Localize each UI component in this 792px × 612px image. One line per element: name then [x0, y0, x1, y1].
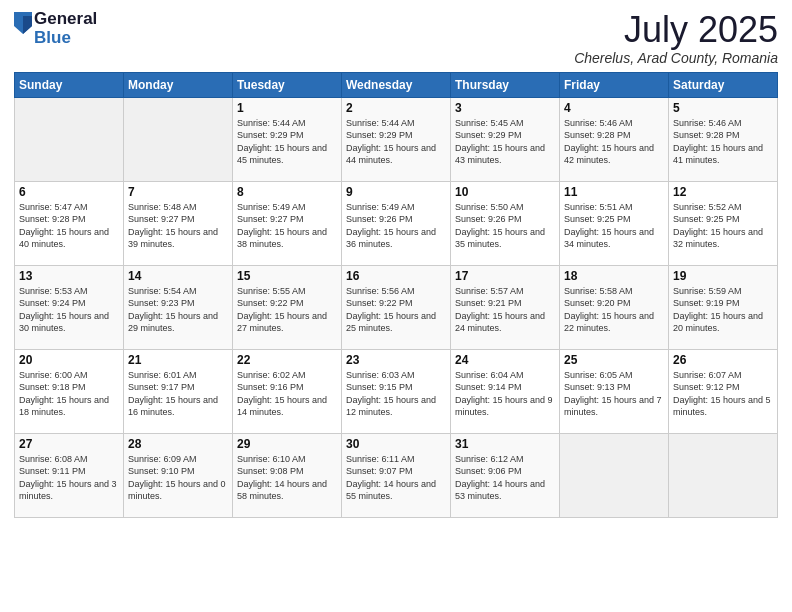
table-row: 31Sunrise: 6:12 AMSunset: 9:06 PMDayligh…: [451, 433, 560, 517]
day-number: 28: [128, 437, 228, 451]
logo: General Blue: [14, 10, 97, 47]
day-info: Sunrise: 5:47 AMSunset: 9:28 PMDaylight:…: [19, 201, 119, 251]
logo-icon: [14, 12, 32, 34]
day-info: Sunrise: 5:46 AMSunset: 9:28 PMDaylight:…: [673, 117, 773, 167]
day-number: 4: [564, 101, 664, 115]
day-info: Sunrise: 5:46 AMSunset: 9:28 PMDaylight:…: [564, 117, 664, 167]
table-row: 20Sunrise: 6:00 AMSunset: 9:18 PMDayligh…: [15, 349, 124, 433]
table-row: 13Sunrise: 5:53 AMSunset: 9:24 PMDayligh…: [15, 265, 124, 349]
col-friday: Friday: [560, 72, 669, 97]
day-info: Sunrise: 6:05 AMSunset: 9:13 PMDaylight:…: [564, 369, 664, 419]
day-number: 27: [19, 437, 119, 451]
day-number: 11: [564, 185, 664, 199]
day-number: 2: [346, 101, 446, 115]
table-row: 1Sunrise: 5:44 AMSunset: 9:29 PMDaylight…: [233, 97, 342, 181]
col-saturday: Saturday: [669, 72, 778, 97]
table-row: 28Sunrise: 6:09 AMSunset: 9:10 PMDayligh…: [124, 433, 233, 517]
table-row: 23Sunrise: 6:03 AMSunset: 9:15 PMDayligh…: [342, 349, 451, 433]
day-info: Sunrise: 6:08 AMSunset: 9:11 PMDaylight:…: [19, 453, 119, 503]
table-row: 3Sunrise: 5:45 AMSunset: 9:29 PMDaylight…: [451, 97, 560, 181]
day-number: 15: [237, 269, 337, 283]
day-number: 31: [455, 437, 555, 451]
day-number: 9: [346, 185, 446, 199]
day-info: Sunrise: 5:49 AMSunset: 9:26 PMDaylight:…: [346, 201, 446, 251]
col-sunday: Sunday: [15, 72, 124, 97]
day-number: 1: [237, 101, 337, 115]
table-row: 30Sunrise: 6:11 AMSunset: 9:07 PMDayligh…: [342, 433, 451, 517]
day-info: Sunrise: 6:11 AMSunset: 9:07 PMDaylight:…: [346, 453, 446, 503]
day-number: 19: [673, 269, 773, 283]
day-info: Sunrise: 5:49 AMSunset: 9:27 PMDaylight:…: [237, 201, 337, 251]
table-row: 9Sunrise: 5:49 AMSunset: 9:26 PMDaylight…: [342, 181, 451, 265]
day-info: Sunrise: 5:57 AMSunset: 9:21 PMDaylight:…: [455, 285, 555, 335]
day-info: Sunrise: 6:00 AMSunset: 9:18 PMDaylight:…: [19, 369, 119, 419]
day-info: Sunrise: 6:01 AMSunset: 9:17 PMDaylight:…: [128, 369, 228, 419]
day-info: Sunrise: 5:59 AMSunset: 9:19 PMDaylight:…: [673, 285, 773, 335]
day-info: Sunrise: 6:09 AMSunset: 9:10 PMDaylight:…: [128, 453, 228, 503]
day-number: 5: [673, 101, 773, 115]
day-number: 3: [455, 101, 555, 115]
table-row: 24Sunrise: 6:04 AMSunset: 9:14 PMDayligh…: [451, 349, 560, 433]
day-info: Sunrise: 5:52 AMSunset: 9:25 PMDaylight:…: [673, 201, 773, 251]
logo-text: General Blue: [34, 10, 97, 47]
table-row: 7Sunrise: 5:48 AMSunset: 9:27 PMDaylight…: [124, 181, 233, 265]
calendar: Sunday Monday Tuesday Wednesday Thursday…: [14, 72, 778, 518]
col-wednesday: Wednesday: [342, 72, 451, 97]
day-info: Sunrise: 5:48 AMSunset: 9:27 PMDaylight:…: [128, 201, 228, 251]
table-row: 10Sunrise: 5:50 AMSunset: 9:26 PMDayligh…: [451, 181, 560, 265]
day-number: 7: [128, 185, 228, 199]
table-row: 17Sunrise: 5:57 AMSunset: 9:21 PMDayligh…: [451, 265, 560, 349]
table-row: 19Sunrise: 5:59 AMSunset: 9:19 PMDayligh…: [669, 265, 778, 349]
calendar-week-row: 13Sunrise: 5:53 AMSunset: 9:24 PMDayligh…: [15, 265, 778, 349]
table-row: 8Sunrise: 5:49 AMSunset: 9:27 PMDaylight…: [233, 181, 342, 265]
day-info: Sunrise: 5:55 AMSunset: 9:22 PMDaylight:…: [237, 285, 337, 335]
table-row: 27Sunrise: 6:08 AMSunset: 9:11 PMDayligh…: [15, 433, 124, 517]
day-number: 13: [19, 269, 119, 283]
logo-general: General: [34, 10, 97, 29]
day-number: 10: [455, 185, 555, 199]
day-info: Sunrise: 5:56 AMSunset: 9:22 PMDaylight:…: [346, 285, 446, 335]
table-row: 4Sunrise: 5:46 AMSunset: 9:28 PMDaylight…: [560, 97, 669, 181]
table-row: [669, 433, 778, 517]
calendar-week-row: 27Sunrise: 6:08 AMSunset: 9:11 PMDayligh…: [15, 433, 778, 517]
day-info: Sunrise: 5:54 AMSunset: 9:23 PMDaylight:…: [128, 285, 228, 335]
day-number: 6: [19, 185, 119, 199]
day-info: Sunrise: 5:53 AMSunset: 9:24 PMDaylight:…: [19, 285, 119, 335]
table-row: 15Sunrise: 5:55 AMSunset: 9:22 PMDayligh…: [233, 265, 342, 349]
subtitle: Cherelus, Arad County, Romania: [574, 50, 778, 66]
calendar-week-row: 1Sunrise: 5:44 AMSunset: 9:29 PMDaylight…: [15, 97, 778, 181]
day-number: 29: [237, 437, 337, 451]
table-row: 22Sunrise: 6:02 AMSunset: 9:16 PMDayligh…: [233, 349, 342, 433]
table-row: 14Sunrise: 5:54 AMSunset: 9:23 PMDayligh…: [124, 265, 233, 349]
day-info: Sunrise: 5:50 AMSunset: 9:26 PMDaylight:…: [455, 201, 555, 251]
day-info: Sunrise: 5:44 AMSunset: 9:29 PMDaylight:…: [346, 117, 446, 167]
col-tuesday: Tuesday: [233, 72, 342, 97]
day-number: 18: [564, 269, 664, 283]
table-row: 21Sunrise: 6:01 AMSunset: 9:17 PMDayligh…: [124, 349, 233, 433]
table-row: 18Sunrise: 5:58 AMSunset: 9:20 PMDayligh…: [560, 265, 669, 349]
table-row: 25Sunrise: 6:05 AMSunset: 9:13 PMDayligh…: [560, 349, 669, 433]
day-info: Sunrise: 6:04 AMSunset: 9:14 PMDaylight:…: [455, 369, 555, 419]
day-number: 21: [128, 353, 228, 367]
day-info: Sunrise: 5:58 AMSunset: 9:20 PMDaylight:…: [564, 285, 664, 335]
col-thursday: Thursday: [451, 72, 560, 97]
table-row: 5Sunrise: 5:46 AMSunset: 9:28 PMDaylight…: [669, 97, 778, 181]
day-info: Sunrise: 5:44 AMSunset: 9:29 PMDaylight:…: [237, 117, 337, 167]
col-monday: Monday: [124, 72, 233, 97]
day-info: Sunrise: 6:12 AMSunset: 9:06 PMDaylight:…: [455, 453, 555, 503]
day-number: 24: [455, 353, 555, 367]
day-number: 14: [128, 269, 228, 283]
logo-blue: Blue: [34, 29, 97, 48]
day-number: 17: [455, 269, 555, 283]
main-title: July 2025: [574, 10, 778, 50]
day-info: Sunrise: 6:10 AMSunset: 9:08 PMDaylight:…: [237, 453, 337, 503]
day-number: 16: [346, 269, 446, 283]
calendar-week-row: 20Sunrise: 6:00 AMSunset: 9:18 PMDayligh…: [15, 349, 778, 433]
day-number: 30: [346, 437, 446, 451]
table-row: 2Sunrise: 5:44 AMSunset: 9:29 PMDaylight…: [342, 97, 451, 181]
calendar-header-row: Sunday Monday Tuesday Wednesday Thursday…: [15, 72, 778, 97]
page: General Blue July 2025 Cherelus, Arad Co…: [0, 0, 792, 612]
table-row: [560, 433, 669, 517]
table-row: 26Sunrise: 6:07 AMSunset: 9:12 PMDayligh…: [669, 349, 778, 433]
day-number: 26: [673, 353, 773, 367]
